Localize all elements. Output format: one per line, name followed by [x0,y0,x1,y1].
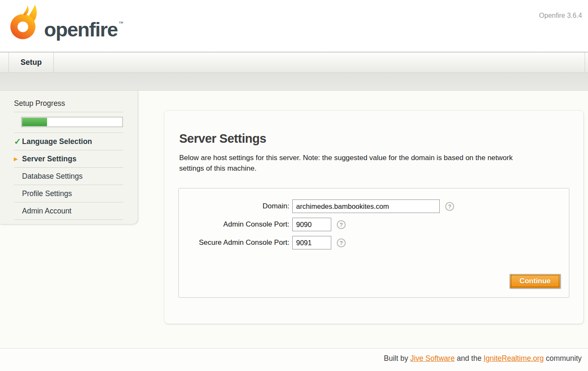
sidebar-item-database-settings: Database Settings [14,168,123,185]
subnav-bar [0,73,588,91]
secure-admin-console-port-label: Secure Admin Console Port: [179,238,292,247]
version-label: Openfire 3.6.4 [539,12,582,19]
domain-label: Domain: [179,202,292,210]
tab-setup[interactable]: Setup [8,53,54,72]
page-title: Server Settings [179,132,583,146]
tab-bar: Setup [0,52,588,73]
footer-text-prefix: Built by [384,354,410,363]
flame-icon [6,3,40,45]
server-settings-form: Domain: ? Admin Console Port: ? Secure A… [178,188,569,298]
footer-text-suffix: community [544,354,582,363]
page-description: Below are host settings for this server.… [179,153,527,174]
jive-software-link[interactable]: Jive Software [410,354,455,363]
progress-bar [21,117,123,127]
sidebar-item-language-selection: ✓ Language Selection [14,133,123,150]
domain-help-icon[interactable]: ? [445,202,454,211]
igniterealtime-link[interactable]: IgniteRealtime.org [484,354,544,363]
form-row-admin-port: Admin Console Port: ? [179,218,569,231]
form-row-domain: Domain: ? [179,199,569,213]
trademark-symbol: ™ [118,20,123,26]
sidebar-item-label: Language Selection [22,137,92,146]
admin-console-port-label: Admin Console Port: [179,220,292,229]
content-area: Setup Progress ✓ Language Selection ▶ Se… [0,91,588,348]
sidebar-item-label: Server Settings [22,155,76,163]
admin-console-port-input[interactable] [292,218,331,231]
footer-text-middle: and the [455,354,483,363]
domain-input[interactable] [292,199,440,213]
sidebar-item-admin-account: Admin Account [14,202,123,220]
header: openfire ™ Openfire 3.6.4 [0,0,588,52]
openfire-logo: openfire ™ [6,3,123,45]
sidebar-item-label: Profile Settings [22,189,72,198]
tab-separator [585,53,585,72]
setup-progress-panel: Setup Progress ✓ Language Selection ▶ Se… [0,91,138,224]
secure-port-help-icon[interactable]: ? [337,238,346,247]
footer: Built by Jive Software and the IgniteRea… [0,348,588,371]
sidebar-item-profile-settings: Profile Settings [14,185,123,202]
sidebar-item-label: Admin Account [22,207,72,216]
main-panel: Server Settings Below are host settings … [164,110,584,324]
form-row-secure-port: Secure Admin Console Port: ? [179,236,569,249]
sidebar-item-server-settings: ▶ Server Settings [14,150,123,168]
openfire-wordmark: openfire [44,19,117,39]
progress-fill [22,118,47,126]
admin-port-help-icon[interactable]: ? [337,220,346,229]
continue-button[interactable]: Continue [510,274,560,288]
setup-progress-title: Setup Progress [14,99,123,112]
sidebar-item-label: Database Settings [22,172,83,181]
current-step-arrow-icon: ▶ [14,156,17,162]
check-icon: ✓ [14,136,21,147]
secure-admin-console-port-input[interactable] [292,236,331,249]
progress-bar-wrap [14,112,123,133]
